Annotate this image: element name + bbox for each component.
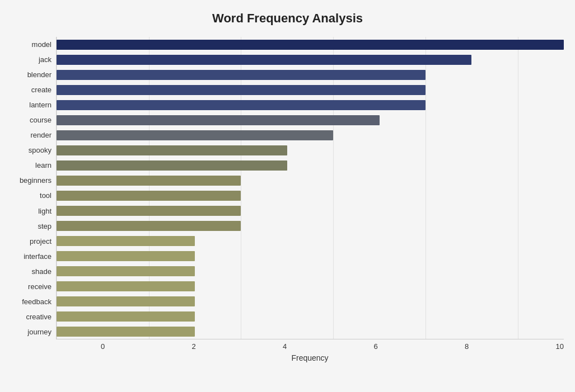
bar-row — [57, 188, 564, 203]
x-tick-label: 0 — [101, 342, 105, 351]
bar-row — [57, 158, 564, 173]
bar — [57, 55, 471, 65]
y-label: journey — [11, 328, 52, 336]
y-label: course — [11, 116, 52, 124]
bar-row — [57, 173, 564, 188]
y-label: spooky — [11, 147, 52, 154]
bar — [57, 85, 426, 95]
bar — [57, 266, 195, 276]
y-label: light — [11, 207, 52, 215]
bar — [57, 130, 333, 140]
x-tick-label: 6 — [374, 342, 378, 351]
y-label: beginners — [11, 177, 52, 184]
bar — [57, 281, 195, 291]
y-label: learn — [11, 162, 52, 169]
bar-row — [57, 309, 564, 324]
y-label: model — [11, 41, 52, 48]
chart-area: modeljackblendercreatelanterncourserende… — [11, 37, 564, 339]
bar — [57, 191, 241, 201]
bar — [57, 70, 426, 80]
bar — [57, 40, 564, 50]
y-label: creative — [11, 313, 52, 320]
bar-row — [57, 37, 564, 52]
bar-row — [57, 203, 564, 218]
x-tick-label: 8 — [465, 342, 469, 351]
bar — [57, 251, 195, 261]
bar — [57, 115, 380, 125]
bar-row — [57, 127, 564, 143]
bar — [57, 296, 195, 306]
x-tick-label: 2 — [192, 342, 196, 351]
bar-row — [57, 233, 564, 248]
bar — [57, 176, 241, 186]
y-label: receive — [11, 283, 52, 290]
plot-area — [56, 37, 564, 339]
bottom-section: 0246810 Frequency — [56, 339, 564, 362]
bar — [57, 145, 287, 155]
chart-container: Word Frequency Analysis modeljackblender… — [0, 0, 575, 392]
y-label: tool — [11, 192, 52, 199]
y-label: step — [11, 223, 52, 230]
y-label: lantern — [11, 101, 52, 108]
bar — [57, 221, 241, 231]
x-tick-label: 4 — [283, 342, 287, 351]
x-tick-label: 10 — [556, 342, 564, 351]
bar-row — [57, 97, 564, 112]
y-label: blender — [11, 71, 52, 78]
bar-row — [57, 294, 564, 309]
y-label: project — [11, 238, 52, 245]
bar-row — [57, 248, 564, 263]
bar — [57, 311, 195, 322]
y-label: render — [11, 131, 52, 139]
bar — [57, 160, 287, 171]
bar — [57, 206, 241, 216]
bar-row — [57, 263, 564, 278]
bar-row — [57, 143, 564, 158]
x-axis-title: Frequency — [56, 353, 564, 362]
bar-row — [57, 112, 564, 127]
chart-title: Word Frequency Analysis — [11, 11, 564, 26]
bar — [57, 327, 195, 337]
bar-row — [57, 324, 564, 339]
bar-row — [57, 67, 564, 82]
bar-row — [57, 52, 564, 67]
y-label: feedback — [11, 298, 52, 305]
y-label: jack — [11, 56, 52, 63]
y-label: shade — [11, 268, 52, 275]
bar — [57, 236, 195, 246]
bar-row — [57, 278, 564, 294]
bar-row — [57, 218, 564, 233]
bar — [57, 100, 426, 110]
y-axis: modeljackblendercreatelanterncourserende… — [11, 37, 56, 339]
y-label: create — [11, 86, 52, 93]
y-label: interface — [11, 253, 52, 260]
bar-row — [57, 82, 564, 97]
x-axis: 0246810 — [101, 339, 564, 351]
